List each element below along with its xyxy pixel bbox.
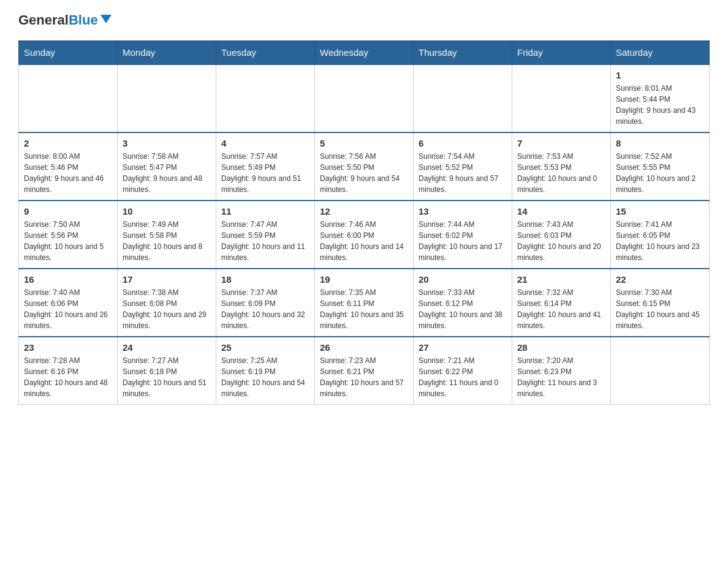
day-info: Sunrise: 7:50 AM Sunset: 5:56 PM Dayligh… [24, 219, 112, 263]
day-number: 28 [517, 342, 605, 353]
day-info: Sunrise: 7:33 AM Sunset: 6:12 PM Dayligh… [419, 287, 507, 331]
weekday-header: Sunday [19, 41, 118, 65]
day-number: 26 [320, 342, 408, 353]
calendar-cell: 1Sunrise: 8:01 AM Sunset: 5:44 PM Daylig… [611, 64, 710, 132]
calendar-cell: 19Sunrise: 7:35 AM Sunset: 6:11 PM Dayli… [315, 269, 414, 337]
day-number: 24 [123, 342, 211, 353]
day-info: Sunrise: 7:54 AM Sunset: 5:52 PM Dayligh… [419, 151, 507, 195]
calendar-cell [512, 64, 611, 132]
calendar-week-row: 23Sunrise: 7:28 AM Sunset: 6:16 PM Dayli… [19, 337, 710, 405]
day-number: 10 [123, 206, 211, 216]
calendar-cell: 26Sunrise: 7:23 AM Sunset: 6:21 PM Dayli… [315, 337, 414, 405]
calendar-cell: 11Sunrise: 7:47 AM Sunset: 5:59 PM Dayli… [216, 201, 315, 269]
day-number: 25 [221, 342, 309, 353]
calendar-week-row: 2Sunrise: 8:00 AM Sunset: 5:46 PM Daylig… [19, 132, 710, 201]
calendar-cell: 6Sunrise: 7:54 AM Sunset: 5:52 PM Daylig… [414, 132, 512, 201]
calendar-cell: 27Sunrise: 7:21 AM Sunset: 6:22 PM Dayli… [414, 337, 512, 405]
day-number: 4 [221, 138, 309, 148]
day-info: Sunrise: 7:46 AM Sunset: 6:00 PM Dayligh… [320, 219, 408, 263]
calendar-cell: 12Sunrise: 7:46 AM Sunset: 6:00 PM Dayli… [315, 201, 414, 269]
day-number: 2 [24, 138, 112, 148]
calendar-table: SundayMondayTuesdayWednesdayThursdayFrid… [18, 40, 710, 405]
day-info: Sunrise: 8:01 AM Sunset: 5:44 PM Dayligh… [616, 83, 704, 127]
day-info: Sunrise: 7:38 AM Sunset: 6:08 PM Dayligh… [123, 287, 211, 331]
weekday-header: Thursday [414, 41, 512, 65]
calendar-cell [414, 64, 512, 132]
day-info: Sunrise: 7:30 AM Sunset: 6:15 PM Dayligh… [616, 287, 704, 331]
page-header: GeneralBlue [18, 12, 710, 28]
day-info: Sunrise: 7:23 AM Sunset: 6:21 PM Dayligh… [320, 355, 408, 399]
day-number: 7 [517, 138, 605, 148]
day-number: 27 [419, 342, 507, 353]
day-info: Sunrise: 7:37 AM Sunset: 6:09 PM Dayligh… [221, 287, 309, 331]
calendar-cell: 20Sunrise: 7:33 AM Sunset: 6:12 PM Dayli… [414, 269, 512, 337]
day-info: Sunrise: 7:21 AM Sunset: 6:22 PM Dayligh… [419, 355, 507, 399]
day-info: Sunrise: 7:43 AM Sunset: 6:03 PM Dayligh… [517, 219, 605, 263]
calendar-cell: 23Sunrise: 7:28 AM Sunset: 6:16 PM Dayli… [19, 337, 118, 405]
calendar-cell [216, 64, 315, 132]
logo-arrow-icon [99, 12, 113, 26]
day-number: 12 [320, 206, 408, 216]
day-info: Sunrise: 8:00 AM Sunset: 5:46 PM Dayligh… [24, 151, 112, 195]
weekday-header: Tuesday [216, 41, 315, 65]
calendar-cell [611, 337, 710, 405]
logo: GeneralBlue [18, 12, 113, 28]
calendar-cell: 28Sunrise: 7:20 AM Sunset: 6:23 PM Dayli… [512, 337, 611, 405]
day-number: 17 [123, 274, 211, 285]
day-number: 8 [616, 138, 704, 148]
calendar-cell: 16Sunrise: 7:40 AM Sunset: 6:06 PM Dayli… [19, 269, 118, 337]
weekday-header: Saturday [611, 41, 710, 65]
day-info: Sunrise: 7:44 AM Sunset: 6:02 PM Dayligh… [419, 219, 507, 263]
day-number: 16 [24, 274, 112, 285]
day-number: 19 [320, 274, 408, 285]
calendar-cell: 8Sunrise: 7:52 AM Sunset: 5:55 PM Daylig… [611, 132, 710, 201]
day-info: Sunrise: 7:20 AM Sunset: 6:23 PM Dayligh… [517, 355, 605, 399]
calendar-cell: 14Sunrise: 7:43 AM Sunset: 6:03 PM Dayli… [512, 201, 611, 269]
day-number: 13 [419, 206, 507, 216]
calendar-cell: 3Sunrise: 7:58 AM Sunset: 5:47 PM Daylig… [118, 132, 216, 201]
calendar-cell: 22Sunrise: 7:30 AM Sunset: 6:15 PM Dayli… [611, 269, 710, 337]
day-info: Sunrise: 7:41 AM Sunset: 6:05 PM Dayligh… [616, 219, 704, 263]
calendar-cell [19, 64, 118, 132]
svg-marker-0 [100, 15, 112, 23]
day-number: 21 [517, 274, 605, 285]
day-number: 9 [24, 206, 112, 216]
day-info: Sunrise: 7:35 AM Sunset: 6:11 PM Dayligh… [320, 287, 408, 331]
day-number: 6 [419, 138, 507, 148]
calendar-cell: 10Sunrise: 7:49 AM Sunset: 5:58 PM Dayli… [118, 201, 216, 269]
calendar-cell: 2Sunrise: 8:00 AM Sunset: 5:46 PM Daylig… [19, 132, 118, 201]
calendar-header-row: SundayMondayTuesdayWednesdayThursdayFrid… [19, 41, 710, 65]
day-info: Sunrise: 7:49 AM Sunset: 5:58 PM Dayligh… [123, 219, 211, 263]
day-number: 11 [221, 206, 309, 216]
day-number: 22 [616, 274, 704, 285]
day-info: Sunrise: 7:57 AM Sunset: 5:49 PM Dayligh… [221, 151, 309, 195]
calendar-week-row: 9Sunrise: 7:50 AM Sunset: 5:56 PM Daylig… [19, 201, 710, 269]
day-number: 5 [320, 138, 408, 148]
day-info: Sunrise: 7:40 AM Sunset: 6:06 PM Dayligh… [24, 287, 112, 331]
day-info: Sunrise: 7:27 AM Sunset: 6:18 PM Dayligh… [123, 355, 211, 399]
calendar-week-row: 16Sunrise: 7:40 AM Sunset: 6:06 PM Dayli… [19, 269, 710, 337]
day-info: Sunrise: 7:47 AM Sunset: 5:59 PM Dayligh… [221, 219, 309, 263]
calendar-cell: 15Sunrise: 7:41 AM Sunset: 6:05 PM Dayli… [611, 201, 710, 269]
day-number: 1 [616, 70, 704, 80]
weekday-header: Friday [512, 41, 611, 65]
calendar-cell: 18Sunrise: 7:37 AM Sunset: 6:09 PM Dayli… [216, 269, 315, 337]
logo-text: GeneralBlue [18, 12, 98, 28]
calendar-cell: 21Sunrise: 7:32 AM Sunset: 6:14 PM Dayli… [512, 269, 611, 337]
day-info: Sunrise: 7:53 AM Sunset: 5:53 PM Dayligh… [517, 151, 605, 195]
calendar-week-row: 1Sunrise: 8:01 AM Sunset: 5:44 PM Daylig… [19, 64, 710, 132]
day-info: Sunrise: 7:52 AM Sunset: 5:55 PM Dayligh… [616, 151, 704, 195]
calendar-cell [315, 64, 414, 132]
calendar-cell: 7Sunrise: 7:53 AM Sunset: 5:53 PM Daylig… [512, 132, 611, 201]
weekday-header: Monday [118, 41, 216, 65]
day-number: 18 [221, 274, 309, 285]
day-info: Sunrise: 7:58 AM Sunset: 5:47 PM Dayligh… [123, 151, 211, 195]
day-number: 3 [123, 138, 211, 148]
day-info: Sunrise: 7:28 AM Sunset: 6:16 PM Dayligh… [24, 355, 112, 399]
day-info: Sunrise: 7:25 AM Sunset: 6:19 PM Dayligh… [221, 355, 309, 399]
day-info: Sunrise: 7:56 AM Sunset: 5:50 PM Dayligh… [320, 151, 408, 195]
day-number: 14 [517, 206, 605, 216]
weekday-header: Wednesday [315, 41, 414, 65]
calendar-cell: 24Sunrise: 7:27 AM Sunset: 6:18 PM Dayli… [118, 337, 216, 405]
calendar-cell: 4Sunrise: 7:57 AM Sunset: 5:49 PM Daylig… [216, 132, 315, 201]
